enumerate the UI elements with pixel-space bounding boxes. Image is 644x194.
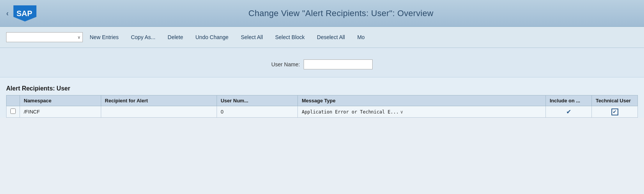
filter-row: User Name: [0,48,644,77]
table-row: /FINCF 0 Application Error or Technical … [7,106,638,118]
col-header-technical-user: Technical User [592,95,638,106]
section-area: Alert Recipients: User Namespace Recipie… [0,77,644,118]
more-button[interactable]: Mo [352,31,370,43]
message-type-text: Application Error or Technical E... [302,109,399,115]
col-header-message-type: Message Type [298,95,546,106]
cell-include-on: ✔ [546,106,592,118]
deselect-all-button[interactable]: Deselect All [312,31,350,43]
row-checkbox[interactable] [10,109,16,114]
select-block-button[interactable]: Select Block [270,31,310,43]
header-bar: ‹ SAP Change View "Alert Recipients: Use… [0,0,644,27]
page-title: Change View "Alert Recipients: User": Ov… [44,8,638,18]
col-header-user-num: User Num... [217,95,298,106]
svg-text:SAP: SAP [16,9,32,18]
technical-user-checkbox-display[interactable]: ✔ [611,109,618,115]
col-header-include-on: Include on ... [546,95,592,106]
cell-recipient [101,106,217,118]
col-header-checkbox [7,95,20,106]
main-content: User Name: Alert Recipients: User Namesp… [0,48,644,118]
copy-as-button[interactable]: Copy As... [125,31,161,43]
back-button[interactable]: ‹ [6,9,9,18]
include-on-checked-icon: ✔ [566,109,571,115]
username-label: User Name: [271,61,300,67]
toolbar: New Entries Copy As... Delete Undo Chang… [0,27,644,48]
cell-message-type: Application Error or Technical E... ∨ [298,106,546,118]
col-header-namespace: Namespace [20,95,101,106]
col-header-recipient: Recipient for Alert [101,95,217,106]
data-table: Namespace Recipient for Alert User Num..… [6,95,638,118]
toolbar-dropdown[interactable] [6,32,83,42]
cell-user-num: 0 [217,106,298,118]
delete-button[interactable]: Delete [162,31,188,43]
username-input[interactable] [304,59,373,69]
toolbar-select-wrapper [6,32,83,42]
sap-logo: SAP [13,5,36,21]
row-checkbox-cell [7,106,20,118]
cell-namespace: /FINCF [20,106,101,118]
message-type-dropdown[interactable]: ∨ [400,109,403,115]
cell-technical-user: ✔ [592,106,638,118]
select-all-button[interactable]: Select All [235,31,268,43]
section-title: Alert Recipients: User [6,85,638,92]
new-entries-button[interactable]: New Entries [84,31,124,43]
undo-change-button[interactable]: Undo Change [190,31,234,43]
